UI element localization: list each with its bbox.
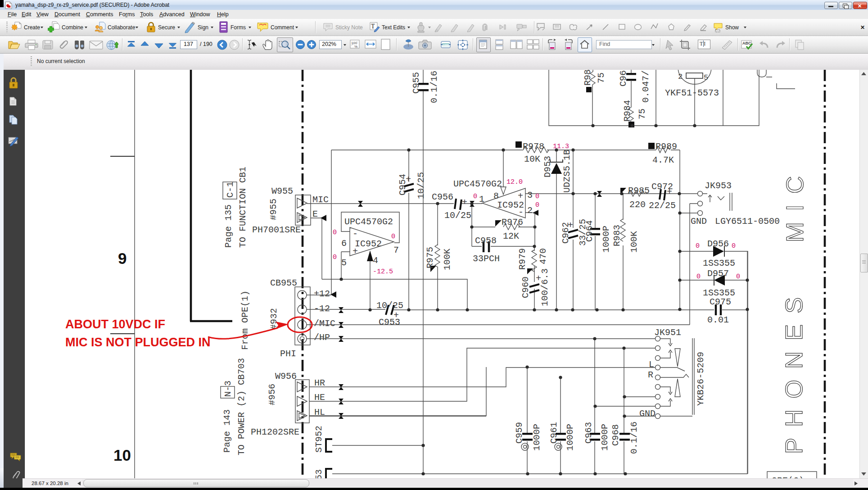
svg-text:C959: C959 [514, 422, 524, 444]
svg-text:T: T [371, 23, 375, 30]
svg-text:0: 0 [333, 229, 337, 236]
svg-text:10/25: 10/25 [444, 210, 471, 221]
svg-text:GND: GND [691, 216, 707, 227]
svg-text:0: 0 [535, 193, 539, 200]
svg-text:100K: 100K [442, 249, 452, 270]
svg-text:UPC4570G2: UPC4570G2 [453, 179, 502, 189]
svg-text:0: 0 [696, 273, 701, 281]
svg-text:+12: +12 [314, 289, 330, 299]
svg-text:W955: W955 [271, 186, 293, 196]
svg-text:0: 0 [736, 273, 740, 281]
svg-text:R979: R979 [517, 248, 528, 270]
svg-text:1000P: 1000P [532, 424, 542, 451]
svg-text:MIC IS NOT PLUGGED IN: MIC IS NOT PLUGGED IN [65, 336, 211, 349]
svg-text:W956: W956 [275, 371, 297, 381]
svg-text:#956: #956 [267, 384, 277, 405]
svg-text:Page 143: Page 143 [222, 409, 232, 453]
svg-text:220: 220 [629, 200, 646, 210]
svg-text:1000P: 1000P [601, 226, 611, 253]
svg-text:UPC4570G2: UPC4570G2 [344, 217, 393, 227]
svg-text:1: 1 [479, 194, 484, 204]
svg-text:100K: 100K [629, 231, 639, 253]
svg-text:R: R [648, 370, 653, 380]
svg-text:+: + [353, 246, 358, 257]
svg-text:0.01: 0.01 [707, 315, 729, 325]
svg-text:7: 7 [393, 245, 399, 255]
svg-text:UDZS5.1B: UDZS5.1B [562, 150, 572, 193]
svg-text:C956: C956 [432, 192, 453, 202]
svg-text:-12.5: -12.5 [373, 268, 393, 276]
svg-text:R985: R985 [628, 186, 650, 196]
svg-text:0: 0 [391, 233, 395, 240]
svg-text:1000P: 1000P [600, 424, 610, 451]
svg-text:470: 470 [538, 248, 548, 264]
svg-text:MIC: MIC [781, 165, 808, 242]
svg-text:1000P: 1000P [565, 424, 575, 451]
svg-text:PH1202SRE: PH1202SRE [251, 427, 299, 437]
svg-text:#955: #955 [268, 199, 279, 220]
svg-text:75: 75 [596, 73, 606, 83]
svg-text:0.1/16: 0.1/16 [629, 422, 639, 454]
svg-text:953: 953 [314, 469, 324, 478]
svg-text:ABOUT 10VDC IF: ABOUT 10VDC IF [65, 318, 165, 331]
svg-text:D953: D953 [542, 156, 553, 177]
svg-text:0.1/16: 0.1/16 [429, 71, 439, 103]
svg-text:75: 75 [637, 109, 647, 119]
svg-text:0: 0 [473, 193, 477, 200]
svg-text:ABC: ABC [742, 41, 751, 45]
svg-text:6: 6 [341, 238, 347, 249]
svg-text:A: A [435, 28, 438, 32]
svg-text:From OPE(1): From OPE(1) [240, 290, 250, 350]
svg-text:-: - [518, 207, 524, 218]
svg-text:4: 4 [373, 255, 378, 266]
svg-text:L: L [649, 359, 654, 370]
svg-text:4.7K: 4.7K [652, 155, 674, 165]
svg-text:R987: R987 [583, 70, 593, 86]
svg-text:PHONES: PHONES [780, 286, 807, 454]
svg-text:R984: R984 [622, 100, 633, 122]
svg-text:/HP: /HP [314, 332, 330, 343]
svg-text:+: + [462, 197, 467, 208]
svg-text:12.0: 12.0 [506, 178, 523, 186]
svg-text:5: 5 [341, 258, 347, 268]
svg-text:C-1: C-1 [225, 181, 235, 198]
svg-text:+: + [406, 174, 411, 185]
svg-text:100/6.3: 100/6.3 [540, 268, 550, 306]
svg-text:+: + [667, 187, 672, 197]
svg-text:2: 2 [527, 205, 533, 216]
svg-text:-: - [353, 229, 358, 239]
svg-text:TO POWER (2) CB703: TO POWER (2) CB703 [236, 358, 247, 455]
svg-text:0: 0 [535, 201, 539, 209]
svg-text:R989: R989 [656, 141, 677, 152]
svg-text:C961: C961 [549, 422, 559, 444]
svg-text:0: 0 [333, 254, 337, 261]
svg-text:33PCH: 33PCH [473, 254, 500, 264]
svg-text:N-3: N-3 [223, 381, 233, 397]
svg-text:YKB26-5209: YKB26-5209 [696, 352, 706, 406]
svg-text:10/25: 10/25 [376, 300, 403, 311]
svg-text:5: 5 [704, 73, 708, 82]
svg-text:10/25: 10/25 [416, 172, 426, 199]
svg-text:ST952: ST952 [314, 426, 324, 453]
svg-text:D956: D956 [707, 239, 729, 249]
svg-text:D957: D957 [707, 268, 729, 279]
svg-text:PHI: PHI [280, 349, 296, 359]
svg-text:IC952: IC952 [355, 239, 382, 249]
svg-text:GND: GND [639, 408, 656, 419]
svg-text:JK953: JK953 [705, 181, 732, 191]
svg-text:0.047/: 0.047/ [641, 70, 651, 103]
svg-text:C960: C960 [520, 277, 531, 298]
svg-text:TO FUNCTION CB1: TO FUNCTION CB1 [238, 167, 248, 248]
svg-text:R983: R983 [612, 225, 622, 246]
svg-text:0: 0 [696, 242, 700, 250]
svg-text:3: 3 [527, 190, 533, 200]
svg-text:+: + [518, 191, 523, 201]
svg-text:10: 10 [113, 446, 131, 464]
svg-text:+: + [393, 310, 399, 321]
svg-text:R975: R975 [425, 247, 435, 268]
svg-text:9: 9 [118, 250, 127, 267]
svg-text:C968: C968 [610, 424, 621, 446]
svg-text:10K: 10K [524, 154, 540, 164]
svg-text:C955: C955 [411, 72, 421, 94]
svg-text:R976: R976 [502, 217, 523, 227]
